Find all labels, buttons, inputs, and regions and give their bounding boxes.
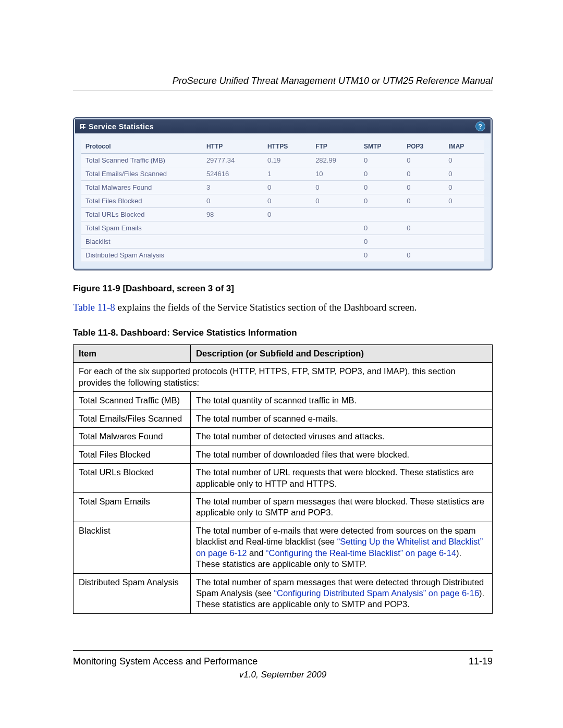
stats-header: POP3 [402,140,444,154]
cell [202,249,263,262]
stats-header: FTP [311,140,360,154]
cell [263,249,311,262]
cell: 1 [263,167,311,181]
cell: 0 [402,249,444,262]
def-item: Total Malwares Found [74,428,191,446]
cell: 0 [360,154,402,167]
table-row: Total Scanned Traffic (MB)29777.340.1928… [81,154,484,167]
cell: 0 [402,181,444,194]
row-label: Distributed Spam Analysis [81,249,202,262]
help-icon[interactable]: ? [475,121,485,131]
cell: 0 [444,167,484,181]
table-ref-link[interactable]: Table 11-8 [73,302,115,313]
cell: 0 [402,194,444,208]
xref-link[interactable]: “Configuring the Real-time Blacklist” on… [266,548,456,558]
cell [263,221,311,235]
cell: 0 [263,181,311,194]
cell: 524616 [202,167,263,181]
cell: 0 [311,194,360,208]
col-desc: Description (or Subfield and Description… [191,345,493,363]
cell [402,208,444,221]
footer-page: 11-19 [469,656,493,667]
footer: Monitoring System Access and Performance… [73,650,493,680]
table-row: Distributed Spam Analysis00 [81,249,484,262]
def-item: Total URLs Blocked [74,464,191,493]
document-header: ProSecure Unified Threat Management UTM1… [73,76,493,91]
table-row: Total Malwares FoundThe total number of … [74,428,493,446]
def-item: Distributed Spam Analysis [74,573,191,613]
def-item: Total Emails/Files Scanned [74,410,191,427]
cell: 0 [402,221,444,235]
cell [311,235,360,249]
cell [360,208,402,221]
table-row: Total Emails/Files Scanned524616110000 [81,167,484,181]
def-item: Total Spam Emails [74,492,191,522]
table-row: Total Files BlockedThe total number of d… [74,446,493,463]
table-row: Total Spam EmailsThe total number of spa… [74,492,493,522]
cell [311,221,360,235]
row-label: Total Emails/Files Scanned [81,167,202,181]
table-row: Total Malwares Found300000 [81,181,484,194]
cell: 0 [360,181,402,194]
def-item: Total Scanned Traffic (MB) [74,392,191,410]
paragraph-text: explains the fields of the Service Stati… [115,302,417,313]
cell [202,221,263,235]
cell: 0 [202,194,263,208]
table-row: Distributed Spam AnalysisThe total numbe… [74,573,493,613]
cell: 3 [202,181,263,194]
xref-link[interactable]: “Configuring Distributed Spam Analysis” … [274,588,479,598]
figure-caption: Figure 11-9 [Dashboard, screen 3 of 3] [73,283,493,294]
cell [444,235,484,249]
def-desc: The total number of downloaded files tha… [191,446,493,463]
def-desc: The total number of e-mails that were de… [191,522,493,573]
table-row: Total Files Blocked000000 [81,194,484,208]
table-row: Blacklist0 [81,235,484,249]
cell: 0 [402,154,444,167]
cell: 0 [444,181,484,194]
cell: 0 [360,194,402,208]
row-label: Total URLs Blocked [81,208,202,221]
paragraph: Table 11-8 explains the fields of the Se… [73,302,493,313]
cell: 0 [263,194,311,208]
stats-header: IMAP [444,140,484,154]
cell: 282.99 [311,154,360,167]
cell: 0 [311,181,360,194]
def-item: Blacklist [74,522,191,573]
cell: 0.19 [263,154,311,167]
panel-title-text: Service Statistics [89,122,154,131]
def-desc: The total number of spam messages that w… [191,492,493,522]
intro-row: For each of the six supported protocols … [74,363,493,392]
cell: 0 [444,194,484,208]
def-desc: The total number of detected viruses and… [191,428,493,446]
definitions-table: Item Description (or Subfield and Descri… [73,344,493,614]
def-desc: The total quantity of scanned traffic in… [191,392,493,410]
col-item: Item [74,345,191,363]
cell: 0 [360,167,402,181]
row-label: Total Spam Emails [81,221,202,235]
cell: 0 [360,221,402,235]
cell: 0 [360,249,402,262]
cell [202,235,263,249]
cell [311,249,360,262]
service-statistics-table: ProtocolHTTPHTTPSFTPSMTPPOP3IMAP Total S… [81,140,484,262]
cell [444,249,484,262]
table-row: Total Scanned Traffic (MB)The total quan… [74,392,493,410]
cell: 0 [402,167,444,181]
cell: 0 [263,208,311,221]
cell: 98 [202,208,263,221]
def-desc: The total number of scanned e-mails. [191,410,493,427]
cell [402,235,444,249]
stats-header: Protocol [81,140,202,154]
service-statistics-panel: Service Statistics ? ProtocolHTTPHTTPSFT… [73,117,493,270]
row-label: Total Malwares Found [81,181,202,194]
table-row: Total URLs Blocked980 [81,208,484,221]
stats-header: SMTP [360,140,402,154]
stats-header: HTTPS [263,140,311,154]
cell: 0 [444,154,484,167]
def-desc: The total number of spam messages that w… [191,573,493,613]
footer-version: v1.0, September 2009 [73,670,493,680]
stats-header: HTTP [202,140,263,154]
def-desc: The total number of URL requests that we… [191,464,493,493]
panel-title-bar: Service Statistics ? [75,119,491,133]
cell: 10 [311,167,360,181]
